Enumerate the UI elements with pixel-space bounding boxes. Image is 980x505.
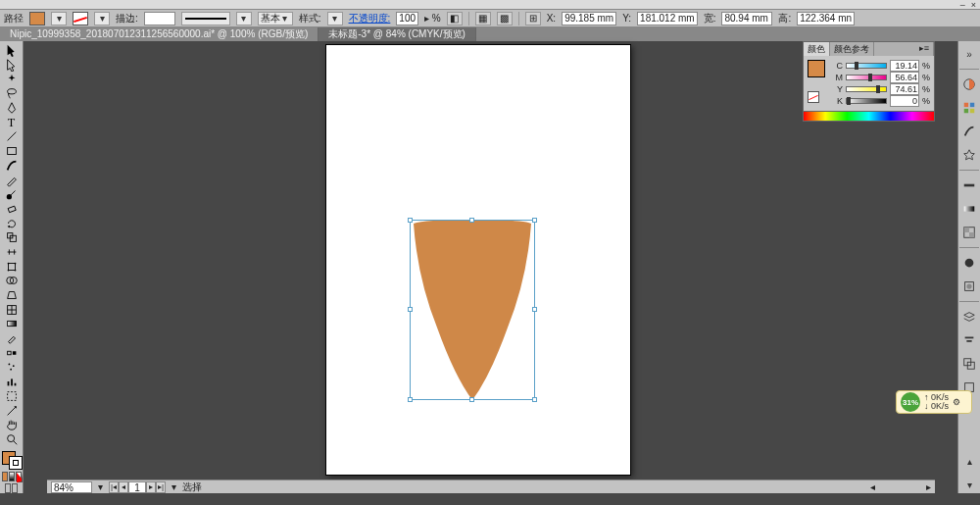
scroll-right-btn[interactable]: ▸ [926, 481, 931, 492]
symbol-sprayer-tool[interactable] [2, 360, 22, 375]
stroke-swatch[interactable] [73, 12, 88, 25]
lasso-tool[interactable] [2, 86, 22, 101]
graph-tool[interactable] [2, 375, 22, 389]
mesh-tool[interactable] [2, 302, 22, 317]
pathfinder-icon[interactable] [960, 355, 978, 373]
pencil-tool[interactable] [2, 173, 22, 187]
align-icon[interactable]: ▦ [475, 12, 491, 25]
selected-shape[interactable] [410, 220, 535, 400]
selection-tool[interactable] [2, 43, 22, 58]
stroke-weight-field[interactable] [144, 12, 175, 25]
blend-tool[interactable] [2, 345, 22, 360]
brush-def-dropdown[interactable]: 基本▾ [258, 12, 293, 25]
zoom-tool[interactable] [2, 432, 22, 447]
first-artboard-btn[interactable]: |◂ [109, 481, 119, 493]
gradient-panel-icon[interactable] [960, 200, 978, 218]
indicator-accel-icon[interactable]: ⚙ [953, 397, 960, 407]
color-panel-tab-guide[interactable]: 颜色参考 [830, 42, 874, 56]
last-artboard-btn[interactable]: ▸| [156, 481, 166, 493]
scale-tool[interactable] [2, 230, 22, 245]
y-value[interactable]: 74.61 [890, 83, 919, 95]
c-value[interactable]: 19.14 [890, 60, 919, 72]
stroke-profile-dropdown[interactable]: ▾ [236, 12, 252, 25]
fill-stroke-indicator[interactable] [1, 450, 23, 470]
scroll-down-icon[interactable]: ▾ [960, 476, 978, 493]
stroke-profile[interactable] [181, 12, 230, 25]
appearance-icon[interactable] [960, 254, 978, 272]
scroll-left-btn[interactable]: ◂ [870, 481, 875, 492]
scroll-up-icon[interactable]: ▴ [960, 452, 978, 470]
brushes-icon[interactable] [960, 123, 978, 140]
align-icon[interactable] [960, 331, 978, 349]
minimize-btn[interactable]: – [960, 0, 965, 10]
doc-tab-1[interactable]: 未标题-3* @ 84% (CMYK/预览) [318, 27, 476, 41]
transparency-icon[interactable] [960, 224, 978, 241]
h-field[interactable]: 122.364 mn [797, 12, 855, 25]
zoom-field[interactable]: 84% [51, 481, 92, 493]
hand-tool[interactable] [2, 418, 22, 432]
swatches-icon[interactable] [960, 99, 978, 117]
eraser-tool[interactable] [2, 202, 22, 217]
y-field[interactable]: 181.012 mm [637, 12, 698, 25]
dock-collapse-icon[interactable]: » [960, 45, 978, 63]
shape-builder-tool[interactable] [2, 274, 22, 288]
close-btn[interactable]: × [971, 0, 976, 10]
svg-rect-24 [14, 383, 16, 386]
doc-tab-0[interactable]: Nipic_10999358_201807012311256560000.ai*… [0, 27, 318, 41]
canvas-area[interactable]: 84% ▾ |◂ ◂ 1 ▸ ▸| ▾ 选择 ◂ ▸ 颜色 颜色参考 ▸≡ [24, 41, 957, 493]
direct-selection-tool[interactable] [2, 58, 22, 73]
y-slider[interactable] [846, 86, 887, 92]
panel-fill-swatch[interactable] [808, 60, 825, 77]
zoom-dropdown-caret[interactable]: ▾ [98, 481, 103, 492]
layers-icon[interactable] [960, 308, 978, 326]
rectangle-tool[interactable] [2, 144, 22, 159]
color-panel-menu[interactable]: ▸≡ [915, 42, 934, 56]
ref-point-icon[interactable]: ⊞ [525, 12, 541, 25]
artboard-tool[interactable] [2, 389, 22, 404]
k-slider[interactable] [846, 98, 887, 104]
opacity-label[interactable]: 不透明度: [349, 12, 391, 25]
m-slider[interactable] [846, 75, 887, 80]
recolor-icon[interactable]: ◧ [447, 12, 463, 25]
color-picker-icon[interactable] [960, 76, 978, 93]
network-indicator[interactable]: 31% ↑ 0K/s ↓ 0K/s ⚙ [896, 390, 972, 414]
eyedropper-tool[interactable] [2, 331, 22, 346]
fill-dropdown[interactable]: ▾ [51, 12, 67, 25]
panel-none-swatch[interactable] [808, 91, 819, 103]
free-transform-tool[interactable] [2, 259, 22, 274]
prev-artboard-btn[interactable]: ◂ [119, 481, 128, 493]
perspective-tool[interactable] [2, 288, 22, 303]
color-spectrum[interactable] [804, 111, 934, 121]
color-mode-row[interactable] [2, 472, 22, 481]
pen-tool[interactable] [2, 101, 22, 116]
next-artboard-btn[interactable]: ▸ [146, 481, 156, 493]
blob-brush-tool[interactable] [2, 187, 22, 202]
color-panel-tab-color[interactable]: 颜色 [804, 42, 830, 56]
rotate-tool[interactable] [2, 216, 22, 230]
x-field[interactable]: 99.185 mm [562, 12, 616, 25]
gradient-tool[interactable] [2, 317, 22, 331]
screen-mode-row[interactable] [5, 483, 18, 493]
graphic-styles-icon[interactable] [960, 278, 978, 295]
current-stroke[interactable] [9, 456, 23, 470]
c-slider[interactable] [846, 63, 887, 69]
slice-tool[interactable] [2, 403, 22, 418]
m-value[interactable]: 56.64 [890, 72, 919, 83]
stroke-panel-icon[interactable] [960, 177, 978, 194]
fill-swatch[interactable] [29, 12, 45, 25]
style-dropdown[interactable]: ▾ [327, 12, 343, 25]
magic-wand-tool[interactable] [2, 72, 22, 86]
type-tool[interactable]: T [2, 115, 22, 129]
artboard-nav-caret[interactable]: ▾ [172, 481, 176, 492]
w-field[interactable]: 80.94 mm [721, 12, 772, 25]
transform-icon[interactable]: ▩ [497, 12, 513, 25]
opacity-field[interactable]: 100 [396, 12, 418, 25]
symbols-icon[interactable] [960, 146, 978, 164]
line-tool[interactable] [2, 129, 22, 144]
artboard-number[interactable]: 1 [128, 481, 146, 493]
width-tool[interactable] [2, 245, 22, 260]
stroke-dropdown[interactable]: ▾ [94, 12, 110, 25]
k-value[interactable]: 0 [890, 95, 919, 107]
opacity-unit: ▸ % [424, 13, 441, 24]
paintbrush-tool[interactable] [2, 159, 22, 174]
